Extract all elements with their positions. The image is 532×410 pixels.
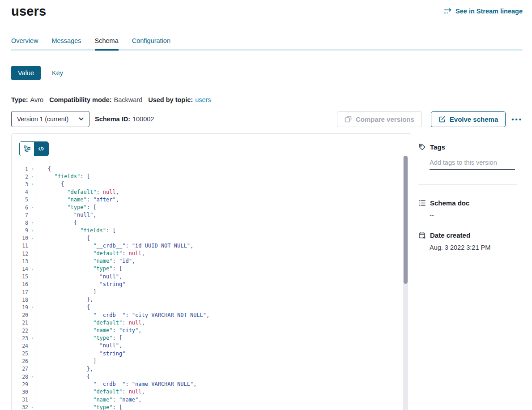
page-title: users — [11, 4, 46, 19]
fold-arrow-icon[interactable]: ▾ — [28, 267, 37, 271]
code-line[interactable]: "fields": [ — [48, 173, 209, 180]
gutter-row: 21 — [12, 319, 37, 327]
code-line[interactable]: ] — [48, 358, 209, 365]
line-number: 24 — [12, 343, 28, 349]
gutter-row: 9▾ — [12, 227, 37, 235]
scrollbar-track[interactable] — [403, 156, 408, 410]
code-line[interactable]: "null", — [48, 211, 209, 219]
code-line[interactable]: "type": [ — [48, 265, 209, 273]
code-line[interactable]: "__crdb__": "city VARCHAR NOT NULL", — [48, 312, 209, 319]
code-token: : [ — [80, 173, 90, 179]
fold-arrow-icon[interactable]: ▾ — [28, 406, 37, 410]
line-number: 7 — [12, 212, 28, 218]
code-line[interactable]: "type": [ — [48, 204, 209, 211]
tab-schema[interactable]: Schema — [95, 37, 119, 51]
gutter-row: 7 — [12, 211, 37, 219]
fold-arrow-icon[interactable]: ▾ — [28, 205, 37, 209]
fold-arrow-icon[interactable]: ▾ — [28, 336, 37, 340]
code-token: "default" — [93, 250, 122, 256]
line-number: 5 — [12, 196, 28, 203]
code-line[interactable]: "name": "id", — [48, 257, 209, 265]
code-line[interactable]: "name": "after", — [48, 196, 209, 204]
meta-label: Compatibility mode: — [49, 96, 111, 103]
code-line[interactable]: { — [48, 165, 209, 173]
meta-label: Type: — [11, 96, 28, 103]
code-line[interactable]: "__crdb__": "id UUID NOT NULL", — [48, 242, 209, 250]
meta-value: Avro — [30, 96, 44, 103]
tabs: OverviewMessagesSchemaConfiguration — [11, 37, 523, 51]
code-line[interactable]: "type": [ — [48, 334, 209, 342]
code-line[interactable]: "null", — [48, 342, 209, 350]
tab-messages[interactable]: Messages — [51, 37, 81, 51]
fold-arrow-icon[interactable]: ▾ — [28, 236, 37, 240]
code-token: "type" — [93, 265, 112, 272]
gutter-row: 1▾ — [12, 165, 37, 173]
scrollbar-thumb[interactable] — [404, 156, 408, 284]
code-line[interactable]: "null", — [48, 273, 209, 281]
code-line[interactable]: "default": null, — [48, 388, 209, 396]
meta-value-link[interactable]: users — [195, 96, 211, 103]
code-editor[interactable]: 1▾2▾3▾456▾78▾9▾10▾11121314▾1516171819▾20… — [12, 156, 411, 410]
fold-arrow-icon[interactable]: ▾ — [28, 175, 37, 179]
code-line[interactable]: "name": "city", — [48, 327, 209, 334]
code-line[interactable]: "string" — [48, 281, 209, 288]
add-tags-input[interactable] — [430, 158, 515, 170]
code-token: "after" — [93, 196, 116, 203]
gutter-row: 19▾ — [12, 303, 37, 311]
schema-id-value: 100002 — [132, 115, 154, 123]
code-line[interactable]: "default": null, — [48, 250, 209, 257]
gutter-row: 22 — [12, 327, 37, 334]
compare-versions-button[interactable]: Compare versions — [337, 111, 422, 127]
code-line[interactable]: "default": null, — [48, 319, 209, 327]
code-line[interactable]: "type": [ — [48, 404, 209, 410]
fold-arrow-icon[interactable]: ▾ — [28, 182, 37, 186]
code-token: "id" — [119, 258, 132, 264]
date-created-title: Date created — [430, 231, 470, 239]
code-line[interactable]: { — [48, 373, 209, 380]
code-line[interactable]: "name": "name", — [48, 396, 209, 404]
tab-overview[interactable]: Overview — [11, 37, 38, 51]
line-number: 21 — [12, 320, 28, 326]
code-token: ] — [93, 289, 96, 295]
gutter-row: 30 — [12, 388, 37, 396]
fold-arrow-icon[interactable]: ▾ — [28, 305, 37, 309]
code-line[interactable]: "default": null, — [48, 188, 209, 196]
gutter-row: 15 — [12, 273, 37, 281]
code-token: "name" — [93, 327, 112, 333]
line-number: 18 — [12, 297, 28, 303]
code-line[interactable]: "__crdb__": "name VARCHAR NULL", — [48, 380, 209, 388]
code-line[interactable]: "string" — [48, 350, 209, 358]
code-line[interactable]: { — [48, 235, 209, 242]
tree-view-button[interactable] — [20, 142, 34, 156]
code-line[interactable]: { — [48, 180, 209, 188]
code-line[interactable]: { — [48, 303, 209, 311]
code-token: , — [119, 342, 122, 349]
gutter-row: 2▾ — [12, 173, 37, 180]
code-line[interactable]: "fields": [ — [48, 227, 209, 235]
version-select[interactable]: Version 1 (current) — [11, 111, 89, 127]
code-line[interactable]: }, — [48, 365, 209, 373]
code-token: { — [87, 235, 90, 241]
see-in-stream-lineage-link[interactable]: See in Stream lineage — [444, 8, 523, 15]
code-line[interactable]: }, — [48, 296, 209, 303]
line-number: 31 — [12, 397, 28, 403]
code-token: "city VARCHAR NOT NULL" — [132, 312, 206, 318]
code-line[interactable]: { — [48, 219, 209, 226]
code-token: "fields" — [54, 173, 80, 179]
fold-arrow-icon[interactable]: ▾ — [28, 375, 37, 379]
code-token: "fields" — [80, 227, 106, 234]
code-view-button[interactable] — [34, 142, 48, 156]
code-token: : [ — [113, 404, 123, 410]
key-button[interactable]: Key — [52, 69, 63, 77]
code-token: "name" — [93, 258, 112, 264]
code-token: , — [93, 212, 96, 218]
tab-configuration[interactable]: Configuration — [132, 37, 170, 51]
fold-arrow-icon[interactable]: ▾ — [28, 167, 37, 171]
more-options-button[interactable]: ••• — [511, 115, 523, 123]
value-button[interactable]: Value — [11, 66, 41, 80]
code-token: "null" — [74, 212, 93, 218]
fold-arrow-icon[interactable]: ▾ — [28, 229, 37, 233]
code-line[interactable]: ] — [48, 288, 209, 296]
evolve-schema-button[interactable]: Evolve schema — [431, 111, 506, 127]
fold-arrow-icon[interactable]: ▾ — [28, 221, 37, 225]
